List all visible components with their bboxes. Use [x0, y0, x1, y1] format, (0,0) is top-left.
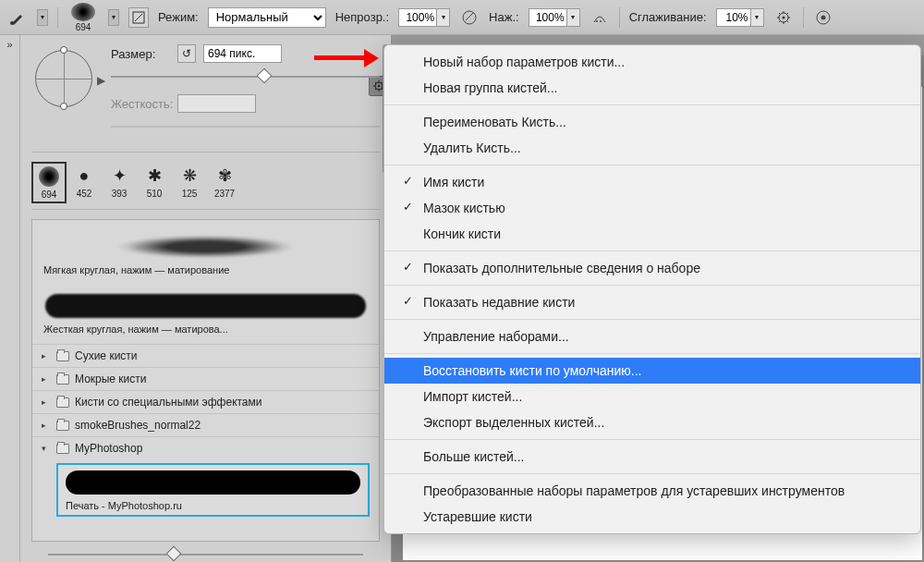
folder-name: MyPhotoshop — [75, 442, 142, 455]
blend-mode-select[interactable]: Нормальный — [208, 7, 326, 28]
brush-list-scroll[interactable]: Мягкая круглая, нажим — матирование Жест… — [32, 220, 379, 541]
recent-brush-item[interactable]: ●452 — [67, 162, 102, 203]
brush-angle-widget[interactable]: ▶ — [31, 44, 100, 113]
brush-thumb-icon: ✾ — [212, 165, 237, 187]
folder-icon — [56, 421, 69, 431]
menu-item[interactable]: Устаревшие кисти — [384, 504, 920, 530]
brush-stroke-preview — [42, 233, 370, 261]
folder-name: Сухие кисти — [75, 349, 138, 362]
opacity-pressure-toggle[interactable] — [459, 7, 480, 28]
hardness-slider — [111, 118, 380, 135]
flow-caret-icon[interactable]: ▾ — [567, 8, 580, 27]
opacity-input[interactable] — [398, 8, 437, 27]
reset-size-button[interactable]: ↺ — [177, 44, 196, 63]
recent-brush-item[interactable]: ✱510 — [137, 162, 172, 203]
brush-settings-button[interactable] — [128, 7, 149, 28]
disclosure-triangle-icon[interactable]: ▸ — [42, 397, 51, 407]
recent-brush-item[interactable]: ✦393 — [102, 162, 137, 203]
tool-preset-dropdown[interactable]: ▾ — [37, 9, 48, 26]
menu-item[interactable]: Переименовать Кисть... — [384, 109, 920, 135]
pressure-size-toggle[interactable] — [813, 7, 833, 28]
menu-item[interactable]: Новый набор параметров кисти... — [384, 49, 920, 75]
flow-input[interactable] — [529, 8, 567, 27]
opacity-field[interactable]: ▾ — [398, 8, 450, 27]
menu-separator — [384, 439, 920, 440]
size-slider[interactable] — [111, 68, 380, 85]
options-bar: ▾ 694 ▾ Режим: Нормальный Непрозр.: ▾ На… — [0, 0, 924, 35]
recent-brush-item[interactable]: 694 — [31, 162, 67, 203]
menu-item[interactable]: Восстановить кисти по умолчанию... — [384, 358, 920, 384]
folder-name: Кисти со специальными эффектами — [75, 396, 262, 409]
opacity-label: Непрозр.: — [335, 10, 389, 24]
brush-caption: Печать - MyPhotoshop.ru — [66, 495, 360, 511]
brush-item-selected[interactable]: Печать - MyPhotoshop.ru — [56, 463, 370, 517]
brush-panel-flyout-menu: Новый набор параметров кисти...Новая гру… — [383, 44, 921, 534]
hardness-label: Жесткость: — [111, 97, 170, 111]
brush-thumb-icon: ● — [71, 165, 97, 187]
flow-field[interactable]: ▾ — [529, 8, 580, 27]
flow-label: Наж.: — [489, 10, 519, 24]
menu-item[interactable]: Показать дополнительные сведения о набор… — [384, 255, 920, 281]
brush-folder-row[interactable]: ▸Сухие кисти — [32, 344, 379, 367]
menu-item[interactable]: Экспорт выделенных кистей... — [384, 409, 920, 435]
folder-name: Мокрые кисти — [75, 373, 147, 385]
brush-preview-item[interactable]: Мягкая круглая, нажим — матирование — [32, 226, 379, 285]
menu-separator — [384, 165, 920, 165]
folder-icon — [56, 351, 69, 361]
brush-folder-row[interactable]: ▾MyPhotoshop — [32, 436, 379, 459]
recent-brush-item[interactable]: ✾2377 — [207, 162, 242, 203]
menu-item[interactable]: Показать недавние кисти — [384, 289, 920, 315]
disclosure-triangle-icon[interactable]: ▸ — [42, 351, 51, 360]
brush-thumb-icon — [71, 3, 95, 21]
left-toolbar-collapsed: » — [0, 35, 20, 562]
svg-point-6 — [782, 16, 784, 18]
divider — [803, 7, 804, 28]
tool-brush-icon[interactable] — [7, 7, 28, 28]
menu-item[interactable]: Управление наборами... — [384, 324, 920, 349]
svg-point-0 — [10, 21, 14, 25]
smoothing-field[interactable]: ▾ — [716, 8, 764, 27]
brush-stroke-preview — [45, 294, 366, 318]
menu-item[interactable]: Имя кисти — [384, 169, 920, 195]
disclosure-triangle-icon[interactable]: ▸ — [42, 374, 51, 384]
thumbnail-size-slider[interactable] — [48, 547, 363, 562]
smoothing-input[interactable] — [716, 8, 751, 27]
menu-item[interactable]: Импорт кистей... — [384, 384, 920, 409]
svg-point-8 — [821, 15, 825, 19]
menu-item[interactable]: Больше кистей... — [384, 444, 920, 470]
menu-item[interactable]: Мазок кистью — [384, 195, 920, 221]
opacity-caret-icon[interactable]: ▾ — [437, 8, 450, 27]
recent-brush-item[interactable]: ❋125 — [172, 162, 207, 203]
smoothing-options-button[interactable] — [773, 7, 794, 28]
menu-separator — [384, 250, 920, 251]
size-input[interactable] — [203, 44, 282, 63]
brush-preset-chip[interactable]: 694 — [67, 3, 99, 32]
disclosure-triangle-icon[interactable]: ▾ — [42, 444, 51, 453]
brush-preview-item[interactable]: Жесткая круглая, нажим — матирова... — [32, 285, 379, 344]
recent-brushes-row: 694●452✦393✱510❋125✾2377 — [20, 156, 391, 205]
brush-folder-row[interactable]: ▸smokeBrushes_normal22 — [32, 413, 379, 436]
size-label: Размер: — [111, 47, 170, 61]
menu-item[interactable]: Преобразованные наборы параметров для ус… — [384, 478, 920, 504]
menu-item[interactable]: Кончик кисти — [384, 221, 920, 247]
brush-folder-row[interactable]: ▸Кисти со специальными эффектами — [32, 390, 379, 413]
mode-label: Режим: — [158, 10, 199, 24]
hardness-input — [177, 94, 256, 113]
svg-point-4 — [600, 20, 602, 22]
divider — [31, 152, 380, 153]
brush-folder-row[interactable]: ▸Мокрые кисти — [32, 367, 379, 390]
expand-chevron-icon[interactable]: » — [6, 39, 12, 50]
brush-presets-panel: ▶ Размер: ↺ Жесткость: 694●452✦393✱510❋1… — [20, 35, 392, 562]
folder-name: smokeBrushes_normal22 — [75, 419, 201, 432]
airbrush-toggle[interactable] — [590, 7, 610, 28]
folder-icon — [56, 444, 69, 454]
disclosure-triangle-icon[interactable]: ▸ — [42, 421, 51, 430]
brush-thumb-icon — [36, 165, 62, 188]
smoothing-caret-icon[interactable]: ▾ — [751, 8, 764, 27]
menu-item[interactable]: Новая группа кистей... — [384, 75, 920, 101]
menu-separator — [384, 353, 920, 354]
menu-item[interactable]: Удалить Кисть... — [384, 135, 920, 161]
brush-preset-dropdown[interactable]: ▾ — [108, 9, 119, 26]
divider — [57, 7, 58, 28]
brush-size-number: 393 — [112, 189, 128, 199]
